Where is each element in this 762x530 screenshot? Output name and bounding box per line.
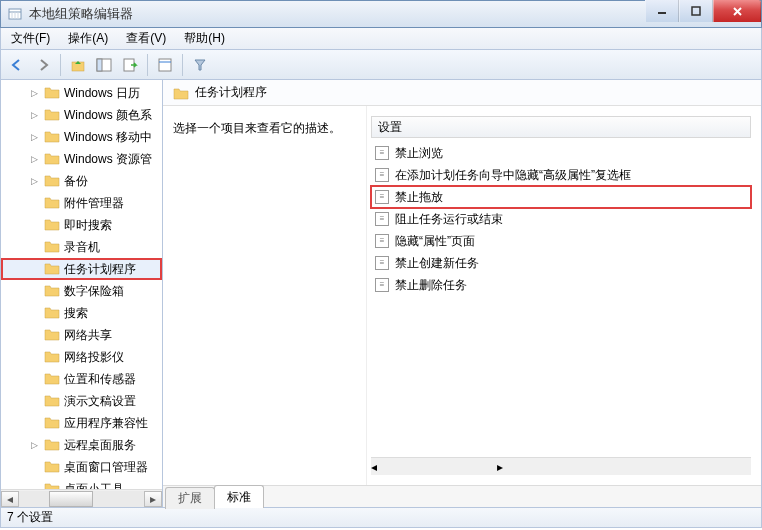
folder-icon [44, 349, 60, 366]
tree-item[interactable]: 应用程序兼容性 [1, 412, 162, 434]
folder-icon [44, 85, 60, 102]
leaf-icon [29, 352, 40, 363]
scroll-right-icon[interactable]: ▸ [144, 491, 162, 507]
leaf-icon [29, 198, 40, 209]
tree-item-label: 网络共享 [64, 327, 112, 344]
tab-standard[interactable]: 标准 [214, 485, 264, 508]
content-body: 选择一个项目来查看它的描述。 设置 ≡禁止浏览≡在添加计划任务向导中隐藏“高级属… [163, 106, 761, 485]
tree-item-label: 位置和传感器 [64, 371, 136, 388]
settings-header[interactable]: 设置 [371, 116, 751, 138]
tree-item[interactable]: 任务计划程序 [1, 258, 162, 280]
setting-item[interactable]: ≡禁止删除任务 [371, 274, 751, 296]
setting-label: 禁止删除任务 [395, 277, 467, 294]
tree-item[interactable]: 网络共享 [1, 324, 162, 346]
folder-icon [44, 129, 60, 146]
tree-item-label: 应用程序兼容性 [64, 415, 148, 432]
tree-item-label: 网络投影仪 [64, 349, 124, 366]
menu-bar: 文件(F) 操作(A) 查看(V) 帮助(H) [0, 28, 762, 50]
tree-item[interactable]: ▷备份 [1, 170, 162, 192]
tree-item-label: Windows 日历 [64, 85, 140, 102]
tree-item[interactable]: ▷Windows 日历 [1, 82, 162, 104]
tree-item[interactable]: 附件管理器 [1, 192, 162, 214]
description-column: 选择一个项目来查看它的描述。 [163, 106, 367, 485]
tree-item[interactable]: 桌面窗口管理器 [1, 456, 162, 478]
leaf-icon [29, 396, 40, 407]
status-text: 7 个设置 [7, 509, 53, 526]
setting-item[interactable]: ≡禁止创建新任务 [371, 252, 751, 274]
tree-item[interactable]: ▷Windows 资源管 [1, 148, 162, 170]
filter-button[interactable] [188, 53, 212, 77]
setting-item[interactable]: ≡禁止拖放 [371, 186, 751, 208]
minimize-button[interactable] [645, 0, 679, 22]
leaf-icon [29, 462, 40, 473]
tree-item-label: 桌面小工具 [64, 481, 124, 490]
content-hscrollbar[interactable]: ◂ ▸ [371, 457, 751, 475]
folder-icon [44, 437, 60, 454]
folder-icon [44, 217, 60, 234]
svg-rect-11 [97, 59, 102, 71]
forward-button[interactable] [31, 53, 55, 77]
scroll-thumb[interactable] [49, 491, 93, 507]
export-list-button[interactable] [118, 53, 142, 77]
tree-item-label: Windows 资源管 [64, 151, 152, 168]
setting-item[interactable]: ≡隐藏“属性”页面 [371, 230, 751, 252]
nav-tree[interactable]: ▷Windows 日历▷Windows 颜色系▷Windows 移动中▷Wind… [1, 80, 162, 489]
close-button[interactable] [713, 0, 761, 22]
show-hide-tree-button[interactable] [92, 53, 116, 77]
tree-hscrollbar[interactable]: ◂ ▸ [1, 489, 162, 507]
policy-icon: ≡ [375, 278, 389, 292]
expand-icon[interactable]: ▷ [29, 154, 40, 165]
content-panel: 任务计划程序 选择一个项目来查看它的描述。 设置 ≡禁止浏览≡在添加计划任务向导… [163, 80, 761, 507]
policy-icon: ≡ [375, 168, 389, 182]
title-bar: 本地组策略编辑器 [0, 0, 762, 28]
tab-strip: 扩展 标准 [163, 485, 761, 507]
expand-icon[interactable]: ▷ [29, 440, 40, 451]
leaf-icon [29, 330, 40, 341]
maximize-button[interactable] [679, 0, 713, 22]
tree-item-label: 备份 [64, 173, 88, 190]
expand-icon[interactable]: ▷ [29, 176, 40, 187]
setting-item[interactable]: ≡阻止任务运行或结束 [371, 208, 751, 230]
tree-item-label: 远程桌面服务 [64, 437, 136, 454]
tree-item[interactable]: 位置和传感器 [1, 368, 162, 390]
tree-item[interactable]: ▷Windows 颜色系 [1, 104, 162, 126]
leaf-icon [29, 220, 40, 231]
leaf-icon [29, 418, 40, 429]
tree-item[interactable]: 演示文稿设置 [1, 390, 162, 412]
expand-icon[interactable]: ▷ [29, 110, 40, 121]
tree-item[interactable]: 数字保险箱 [1, 280, 162, 302]
tree-item[interactable]: 网络投影仪 [1, 346, 162, 368]
back-button[interactable] [5, 53, 29, 77]
setting-label: 禁止浏览 [395, 145, 443, 162]
expand-icon[interactable]: ▷ [29, 88, 40, 99]
expand-icon[interactable]: ▷ [29, 132, 40, 143]
tab-extended[interactable]: 扩展 [165, 487, 215, 509]
folder-icon [44, 173, 60, 190]
tree-panel: ▷Windows 日历▷Windows 颜色系▷Windows 移动中▷Wind… [1, 80, 163, 507]
tree-item[interactable]: 桌面小工具 [1, 478, 162, 489]
menu-file[interactable]: 文件(F) [7, 28, 54, 49]
up-button[interactable] [66, 53, 90, 77]
content-title: 任务计划程序 [195, 84, 267, 101]
tree-item[interactable]: ▷远程桌面服务 [1, 434, 162, 456]
scroll-left-icon[interactable]: ◂ [371, 460, 377, 474]
folder-icon [44, 305, 60, 322]
setting-item[interactable]: ≡禁止浏览 [371, 142, 751, 164]
properties-button[interactable] [153, 53, 177, 77]
menu-view[interactable]: 查看(V) [122, 28, 170, 49]
folder-icon [44, 371, 60, 388]
menu-help[interactable]: 帮助(H) [180, 28, 229, 49]
folder-icon [44, 195, 60, 212]
setting-item[interactable]: ≡在添加计划任务向导中隐藏“高级属性”复选框 [371, 164, 751, 186]
policy-icon: ≡ [375, 146, 389, 160]
settings-header-label: 设置 [378, 119, 402, 136]
scroll-left-icon[interactable]: ◂ [1, 491, 19, 507]
scroll-right-icon[interactable]: ▸ [497, 460, 503, 474]
tree-item[interactable]: 即时搜索 [1, 214, 162, 236]
tree-item[interactable]: 录音机 [1, 236, 162, 258]
tree-item[interactable]: ▷Windows 移动中 [1, 126, 162, 148]
tree-item[interactable]: 搜索 [1, 302, 162, 324]
menu-action[interactable]: 操作(A) [64, 28, 112, 49]
svg-rect-6 [692, 7, 700, 15]
tree-item-label: Windows 颜色系 [64, 107, 152, 124]
